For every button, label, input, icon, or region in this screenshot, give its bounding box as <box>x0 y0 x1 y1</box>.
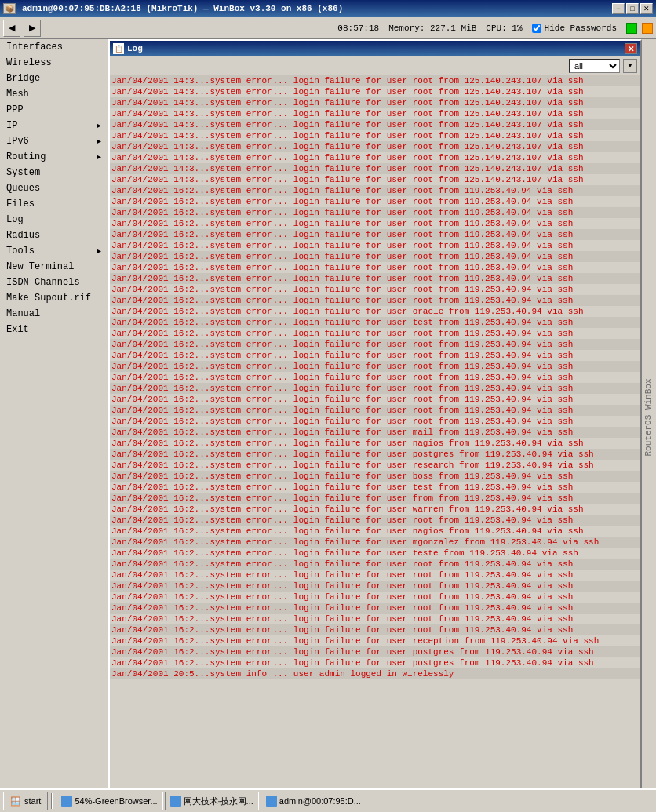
hide-passwords-checkbox[interactable] <box>532 24 541 33</box>
sidebar-item-label-files: Files <box>6 198 35 209</box>
log-close-button[interactable]: ✕ <box>625 43 637 54</box>
back-button[interactable]: ◀ <box>3 20 20 37</box>
log-timestamp: Jan/04/2001 14:3... <box>111 141 210 152</box>
log-row: Jan/04/2001 16:2...system error... login… <box>110 383 640 394</box>
log-module: system error <box>210 383 272 394</box>
log-module: system error <box>210 273 272 284</box>
close-button[interactable]: ✕ <box>640 3 653 14</box>
log-module: system error <box>210 240 272 251</box>
taskbar-item-admin-winbox[interactable]: admin@00:07:95:D... <box>261 792 366 810</box>
status-memory: Memory: 227.1 MiB <box>388 24 476 33</box>
log-module: system error <box>210 218 272 229</box>
sidebar-item-label-isdn-channels: ISDN Channels <box>6 277 80 288</box>
log-row: Jan/04/2001 14:3...system error... login… <box>110 130 640 141</box>
sidebar-item-ppp[interactable]: PPP <box>0 102 108 118</box>
sidebar-item-system[interactable]: System <box>0 165 108 180</box>
log-row: Jan/04/2001 16:2...system error... login… <box>110 218 640 229</box>
log-filter-dropdown-icon[interactable]: ▼ <box>623 59 637 73</box>
sidebar-item-mesh[interactable]: Mesh <box>0 86 108 102</box>
log-module: system info <box>210 668 272 679</box>
taskbar-item-icon-net-tech <box>170 796 181 807</box>
title-bar-buttons: − □ ✕ <box>612 3 653 14</box>
log-module: system error <box>210 185 272 196</box>
sidebar-item-bridge[interactable]: Bridge <box>0 71 108 86</box>
log-timestamp: Jan/04/2001 16:2... <box>111 273 210 284</box>
taskbar-item-net-tech[interactable]: 网大技术·技永网... <box>165 792 259 810</box>
log-timestamp: Jan/04/2001 14:3... <box>111 152 210 163</box>
sidebar-item-radius[interactable]: Radius <box>0 228 108 243</box>
sidebar-item-exit[interactable]: Exit <box>0 322 108 337</box>
sidebar-item-routing[interactable]: Routing▶ <box>0 149 108 165</box>
log-row: Jan/04/2001 16:2...system error... login… <box>110 372 640 383</box>
log-message: ... login failure for user root from 125… <box>272 75 583 86</box>
log-module: system error <box>210 427 272 438</box>
log-timestamp: Jan/04/2001 16:2... <box>111 657 210 668</box>
title-bar: 📦 admin@00:07:95:DB:A2:18 (MikroTik) — W… <box>0 0 656 17</box>
log-row: Jan/04/2001 16:2...system error... login… <box>110 493 640 504</box>
app-icon[interactable]: 📦 <box>3 3 16 14</box>
log-module: system error <box>210 559 272 570</box>
log-module: system error <box>210 262 272 273</box>
minimize-button[interactable]: − <box>612 3 625 14</box>
sidebar-item-make-supout[interactable]: Make Supout.rif <box>0 290 108 306</box>
sidebar-item-log[interactable]: Log <box>0 212 108 228</box>
log-module: system error <box>210 657 272 668</box>
log-module: system error <box>210 537 272 548</box>
log-row: Jan/04/2001 16:2...system error... login… <box>110 317 640 328</box>
log-message: ... login failure for user root from 119… <box>272 416 573 427</box>
log-module: system error <box>210 592 272 603</box>
log-module: system error <box>210 97 272 108</box>
log-timestamp: Jan/04/2001 16:2... <box>111 295 210 306</box>
log-timestamp: Jan/04/2001 16:2... <box>111 537 210 548</box>
sidebar-item-ip[interactable]: IP▶ <box>0 118 108 133</box>
log-module: system error <box>210 196 272 207</box>
sidebar-item-isdn-channels[interactable]: ISDN Channels <box>0 275 108 290</box>
sidebar-item-queues[interactable]: Queues <box>0 180 108 196</box>
log-row: Jan/04/2001 14:3...system error... login… <box>110 119 640 130</box>
log-timestamp: Jan/04/2001 16:2... <box>111 449 210 460</box>
maximize-button[interactable]: □ <box>626 3 639 14</box>
log-row: Jan/04/2001 16:2...system error... login… <box>110 548 640 559</box>
log-message: ... login failure for user root from 119… <box>272 515 573 526</box>
log-module: system error <box>210 295 272 306</box>
taskbar-item-icon-54x-browser <box>61 796 72 807</box>
sidebar-item-label-ip: IP <box>6 120 17 131</box>
log-module: system error <box>210 108 272 119</box>
taskbar-item-54x-browser[interactable]: 54%-GreenBrowser... <box>56 792 162 810</box>
sidebar-item-interfaces[interactable]: Interfaces <box>0 39 108 55</box>
log-row: Jan/04/2001 16:2...system error... login… <box>110 339 640 350</box>
sidebar-item-new-terminal[interactable]: New Terminal <box>0 259 108 275</box>
log-timestamp: Jan/04/2001 14:3... <box>111 108 210 119</box>
log-timestamp: Jan/04/2001 16:2... <box>111 350 210 361</box>
start-button[interactable]: 🪟 start <box>3 792 48 810</box>
log-timestamp: Jan/04/2001 20:5... <box>111 668 210 679</box>
log-row: Jan/04/2001 16:2...system error... login… <box>110 570 640 581</box>
log-row: Jan/04/2001 16:2...system error... login… <box>110 196 640 207</box>
log-module: system error <box>210 504 272 515</box>
log-message: ... login failure for user root from 119… <box>272 273 573 284</box>
sidebar-item-wireless[interactable]: Wireless <box>0 55 108 71</box>
log-row: Jan/04/2001 16:2...system error... login… <box>110 350 640 361</box>
sidebar-item-ipv6[interactable]: IPv6▶ <box>0 133 108 149</box>
sidebar-item-files[interactable]: Files <box>0 196 108 212</box>
sidebar-item-label-routing: Routing <box>6 151 46 162</box>
forward-button[interactable]: ▶ <box>24 20 41 37</box>
status-led-orange <box>642 23 653 34</box>
log-window: 📋 Log ✕ allinfowarningerror ▼ Jan/04/200… <box>108 39 642 792</box>
log-filter-select[interactable]: allinfowarningerror <box>569 59 620 73</box>
log-content[interactable]: Jan/04/2001 14:3...system error... login… <box>110 75 640 791</box>
log-message: ... login failure for user root from 119… <box>272 295 573 306</box>
log-title-bar: 📋 Log ✕ <box>110 41 640 56</box>
log-timestamp: Jan/04/2001 16:2... <box>111 196 210 207</box>
log-timestamp: Jan/04/2001 14:3... <box>111 163 210 174</box>
sidebar-item-label-bridge: Bridge <box>6 73 40 84</box>
log-module: system error <box>210 75 272 86</box>
sidebar-item-manual[interactable]: Manual <box>0 306 108 322</box>
taskbar-item-label-54x-browser: 54%-GreenBrowser... <box>75 796 157 806</box>
sidebar-item-tools[interactable]: Tools▶ <box>0 243 108 259</box>
log-timestamp: Jan/04/2001 16:2... <box>111 592 210 603</box>
log-row: Jan/04/2001 16:2...system error... login… <box>110 482 640 493</box>
log-module: system error <box>210 130 272 141</box>
log-module: system error <box>210 361 272 372</box>
log-message: ... login failure for user root from 125… <box>272 119 583 130</box>
